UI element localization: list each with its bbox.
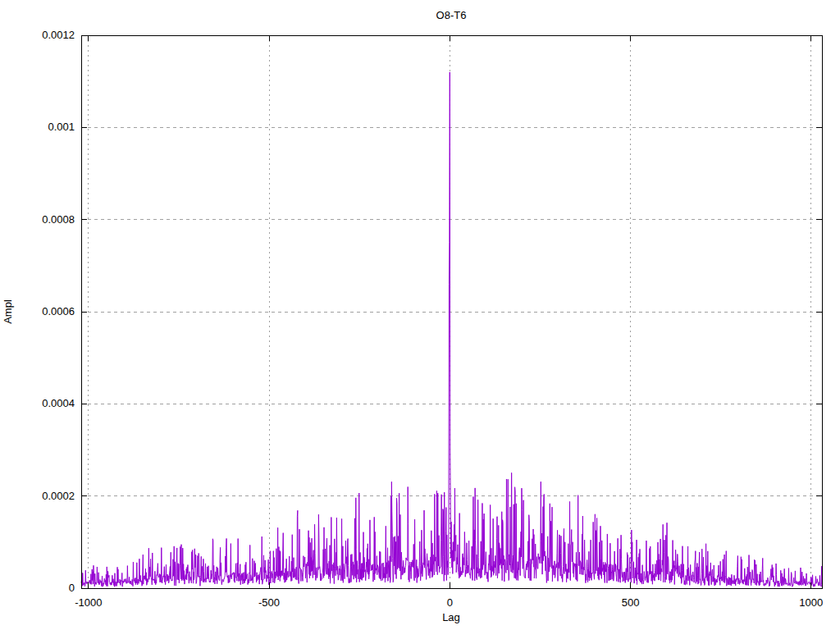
y-tick-label: 0.001 (48, 121, 75, 133)
x-tick-label: -1000 (75, 596, 102, 609)
y-tick-label: 0.0006 (42, 305, 75, 317)
chart-title: O8-T6 (436, 9, 467, 21)
grid-lines (81, 35, 822, 588)
y-tick-labels: 00.00020.00040.00060.00080.0010.0012 (42, 29, 75, 594)
correlation-chart: -1000-50005001000 00.00020.00040.00060.0… (0, 0, 840, 630)
x-tick-label: 500 (622, 596, 640, 609)
y-axis-label: Ampl (2, 299, 14, 324)
x-axis-label: Lag (442, 611, 460, 623)
gnuplot-figure: -1000-50005001000 00.00020.00040.00060.0… (0, 0, 840, 630)
x-tick-label: 1000 (799, 596, 823, 609)
x-tick-labels: -1000-50005001000 (75, 596, 823, 609)
x-tick-label: 0 (447, 596, 453, 609)
y-tick-label: 0.0012 (42, 29, 75, 41)
data-series-line (81, 72, 822, 587)
x-tick-label: -500 (258, 596, 280, 609)
y-tick-label: 0.0002 (42, 490, 75, 502)
y-tick-label: 0.0004 (42, 397, 75, 409)
y-tick-label: 0 (69, 582, 75, 594)
y-tick-label: 0.0008 (42, 213, 75, 226)
